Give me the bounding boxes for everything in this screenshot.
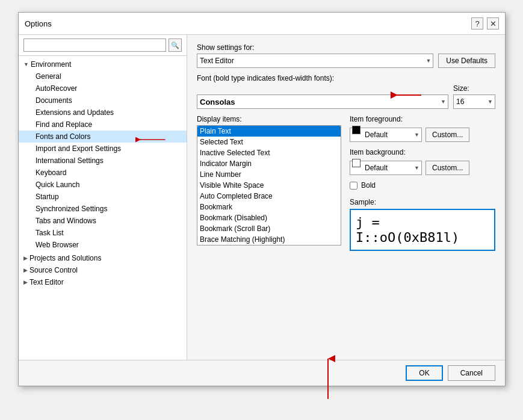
- cancel-button[interactable]: Cancel: [448, 365, 495, 381]
- show-settings-section: Show settings for: Text Editor ▼ Use Def…: [197, 43, 495, 68]
- fg-custom-button[interactable]: Custom...: [426, 128, 469, 142]
- tree-item-keyboard[interactable]: Keyboard: [19, 167, 187, 179]
- bg-block: Item background: Default ▼ Custom...: [350, 148, 495, 175]
- sample-label: Sample:: [350, 198, 495, 206]
- font-label: Font (bold type indicates fixed-width fo…: [197, 74, 495, 82]
- tree-item-autorecover[interactable]: AutoRecover: [19, 82, 187, 94]
- fg-block: Item foreground: Default ▼ Custom...: [350, 115, 495, 142]
- dialog-title: Options: [25, 19, 52, 28]
- tree-item-importexport[interactable]: Import and Export Settings: [19, 143, 187, 155]
- search-icon[interactable]: 🔍: [169, 39, 182, 52]
- fg-select-wrap: Default ▼: [350, 128, 422, 142]
- bold-label: Bold: [361, 181, 376, 190]
- bold-checkbox[interactable]: [350, 182, 357, 190]
- right-panel: Show settings for: Text Editor ▼ Use Def…: [187, 35, 505, 360]
- title-bar: Options ? ✕: [19, 13, 505, 35]
- fg-color-swatch: [352, 126, 361, 134]
- tree-item-extensions[interactable]: Extensions and Updates: [19, 107, 187, 119]
- title-buttons: ? ✕: [471, 17, 499, 29]
- search-input[interactable]: [23, 39, 166, 52]
- right-controls: Item foreground: Default ▼ Custom...: [350, 115, 495, 251]
- expand-icon-projects: [23, 255, 28, 261]
- tree-item-texteditor[interactable]: Text Editor: [19, 276, 187, 288]
- tree-item-documents[interactable]: Documents: [19, 94, 187, 107]
- show-settings-select-wrap: Text Editor ▼: [197, 54, 433, 68]
- tree-item-projectssolutions[interactable]: Projects and Solutions: [19, 252, 187, 264]
- tree-item-general[interactable]: General: [19, 70, 187, 82]
- bg-select-wrap: Default ▼: [350, 161, 422, 175]
- left-panel: 🔍 Environment General AutoRecover Docume…: [19, 35, 187, 360]
- item-background-label: Item background:: [350, 148, 495, 156]
- dialog-body: 🔍 Environment General AutoRecover Docume…: [19, 35, 505, 360]
- tree-item-international[interactable]: International Settings: [19, 155, 187, 167]
- tree-item-tasklist[interactable]: Task List: [19, 227, 187, 239]
- search-bar: 🔍: [19, 35, 187, 56]
- tree-item-environment[interactable]: Environment: [19, 58, 187, 70]
- tree-item-syncsettings[interactable]: Synchronized Settings: [19, 203, 187, 215]
- font-row: Consolas ▼ Size: 16 ▼: [197, 84, 495, 109]
- bg-color-row: Default ▼ Custom...: [350, 161, 495, 175]
- fg-select[interactable]: Default: [350, 128, 422, 142]
- expand-icon-sourcecontrol: [23, 267, 28, 273]
- tree-item-tabswindows[interactable]: Tabs and Windows: [19, 215, 187, 227]
- font-select-wrap: Consolas ▼: [197, 94, 448, 109]
- expand-icon-texteditor: [23, 279, 28, 285]
- display-items-list[interactable]: Plain Text Selected Text Inactive Select…: [197, 126, 341, 245]
- tree-item-sourcecontrol[interactable]: Source Control: [19, 264, 187, 276]
- sample-box: j = I::oO(0xB81l): [350, 209, 495, 251]
- display-items-section: Display items: Plain Text Selected Text …: [197, 115, 495, 251]
- size-select[interactable]: 16: [453, 94, 495, 109]
- expand-icon-environment: [23, 61, 29, 67]
- help-button[interactable]: ?: [471, 17, 483, 29]
- size-block: Size: 16 ▼: [453, 84, 495, 109]
- tree-item-findreplace[interactable]: Find and Replace: [19, 119, 187, 131]
- close-button[interactable]: ✕: [487, 17, 499, 29]
- tree-item-quicklaunch[interactable]: Quick Launch: [19, 179, 187, 191]
- bold-row: Bold: [350, 181, 495, 190]
- tree-panel: Environment General AutoRecover Document…: [19, 56, 187, 360]
- size-select-wrap: 16 ▼: [453, 94, 495, 109]
- list-box-wrap: Plain Text Selected Text Inactive Select…: [197, 125, 341, 246]
- display-items-label: Display items:: [197, 115, 341, 123]
- use-defaults-button[interactable]: Use Defaults: [438, 54, 495, 68]
- tree-item-webbrowser[interactable]: Web Browser: [19, 239, 187, 251]
- fg-color-row: Default ▼ Custom...: [350, 128, 495, 142]
- show-settings-select[interactable]: Text Editor: [197, 54, 433, 68]
- tree-item-label: Environment: [31, 60, 71, 69]
- options-dialog: Options ? ✕ 🔍 Environment: [18, 12, 506, 386]
- dialog-footer: OK Cancel: [19, 360, 505, 386]
- font-section: Font (bold type indicates fixed-width fo…: [197, 74, 495, 109]
- ok-button[interactable]: OK: [406, 365, 442, 381]
- show-settings-label: Show settings for:: [197, 43, 495, 52]
- tree-item-label: Text Editor: [29, 278, 64, 286]
- bg-custom-button[interactable]: Custom...: [426, 161, 469, 175]
- sample-block: Sample: j = I::oO(0xB81l): [350, 198, 495, 251]
- bg-color-swatch: [352, 159, 361, 167]
- tree-item-startup[interactable]: Startup: [19, 191, 187, 203]
- tree-item-fontscolors[interactable]: Fonts and Colors: [19, 131, 187, 143]
- size-label: Size:: [453, 84, 495, 93]
- display-items-block: Display items: Plain Text Selected Text …: [197, 115, 341, 251]
- sample-text: j = I::oO(0xB81l): [356, 215, 489, 245]
- font-select[interactable]: Consolas: [197, 94, 448, 109]
- bg-select[interactable]: Default: [350, 161, 422, 175]
- tree-item-label: Projects and Solutions: [29, 254, 101, 262]
- item-foreground-label: Item foreground:: [350, 115, 495, 123]
- show-settings-row: Text Editor ▼ Use Defaults: [197, 54, 495, 68]
- tree-item-label: Source Control: [29, 266, 78, 274]
